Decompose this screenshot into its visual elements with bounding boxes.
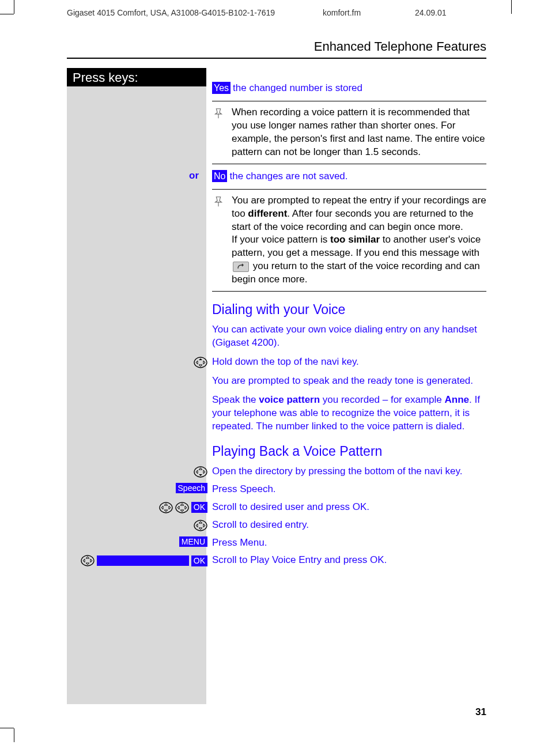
navi-key-icon — [81, 554, 95, 568]
navi-key-icon — [194, 519, 207, 532]
note2-bold-similar: too similar — [330, 234, 380, 245]
step-scroll-user-ok: OK Scroll to desired user and press OK. — [212, 501, 486, 514]
speech-button-label: Speech — [176, 483, 207, 494]
section1-p2: Hold down the top of the navi key. — [212, 356, 359, 367]
press-keys-heading: Press keys: — [67, 68, 206, 89]
note1-text: When recording a voice pattern it is rec… — [232, 106, 486, 159]
navi-key-icon — [159, 501, 173, 515]
section1-p1: You can activate your own voice dialing … — [212, 323, 486, 350]
yes-text: the changed number is stored — [233, 82, 362, 95]
step-press-speech: Speech Press Speech. — [212, 483, 486, 496]
p4-bold-voice-pattern: voice pattern — [259, 394, 320, 405]
selected-entry-bar — [97, 555, 189, 566]
section1-p3: You are prompted to speak and the ready … — [212, 375, 486, 388]
navi-key-icon — [194, 465, 207, 479]
page-number: 31 — [475, 706, 486, 718]
yes-row: Yes the changed number is stored — [212, 82, 486, 95]
p4-part: Speak the — [212, 394, 259, 405]
ok-button-label: OK — [191, 502, 207, 513]
section2-s3: Scroll to desired user and press OK. — [212, 501, 369, 512]
pushpin-icon — [212, 195, 226, 209]
menu-button-label: MENU — [179, 536, 207, 547]
note-box-2: You are prompted to repeat the entry if … — [212, 189, 486, 292]
pushpin-icon — [212, 107, 226, 121]
navi-key-icon — [194, 356, 207, 369]
note-box-1: When recording a voice pattern it is rec… — [212, 101, 486, 164]
note2-text: You are prompted to repeat the entry if … — [232, 194, 486, 287]
step-hold-navi: Hold down the top of the navi key. — [212, 356, 486, 369]
ok-button-label: OK — [191, 555, 207, 566]
section1-p4: Speak the voice pattern you recorded – f… — [212, 394, 486, 433]
section-dialing-heading: Dialing with your Voice — [212, 302, 486, 317]
note2-bold-different: different — [248, 208, 287, 219]
no-button-label: No — [212, 170, 227, 182]
section2-s5: Press Menu. — [212, 537, 267, 548]
header-date: 24.09.01 — [415, 8, 447, 17]
hook-key-icon — [233, 262, 249, 272]
step-press-menu: MENU Press Menu. — [212, 536, 486, 550]
no-text: the changes are not saved. — [229, 170, 347, 183]
section2-s4: Scroll to desired entry. — [212, 519, 309, 530]
section2-s1: Open the directory by pressing the botto… — [212, 466, 462, 477]
note2-part: If your voice pattern is — [232, 234, 330, 245]
p4-bold-anne: Anne — [445, 394, 470, 405]
section2-s2: Press Speech. — [212, 483, 276, 494]
p4-part: you recorded – for example — [320, 394, 444, 405]
step-play-voice-entry: OK Scroll to Play Voice Entry and press … — [212, 554, 486, 567]
header-product: Gigaset 4015 Comfort, USA, A31008-G4015-… — [67, 8, 275, 17]
step-scroll-entry: Scroll to desired entry. — [212, 519, 486, 532]
yes-button-label: Yes — [212, 82, 231, 94]
section-playback-heading: Playing Back a Voice Pattern — [212, 444, 486, 459]
section2-s6: Scroll to Play Voice Entry and press OK. — [212, 554, 387, 565]
header-file: komfort.fm — [323, 8, 361, 17]
left-column-bg — [67, 86, 206, 704]
navi-key-icon — [175, 501, 189, 515]
no-row: or No the changes are not saved. — [212, 170, 486, 183]
or-label: or — [189, 170, 199, 182]
step-open-directory: Open the directory by pressing the botto… — [212, 465, 486, 478]
note2-part: you return to the start of the voice rec… — [232, 260, 480, 285]
title-rule — [67, 58, 486, 59]
page-title: Enhanced Telephone Features — [314, 39, 486, 54]
